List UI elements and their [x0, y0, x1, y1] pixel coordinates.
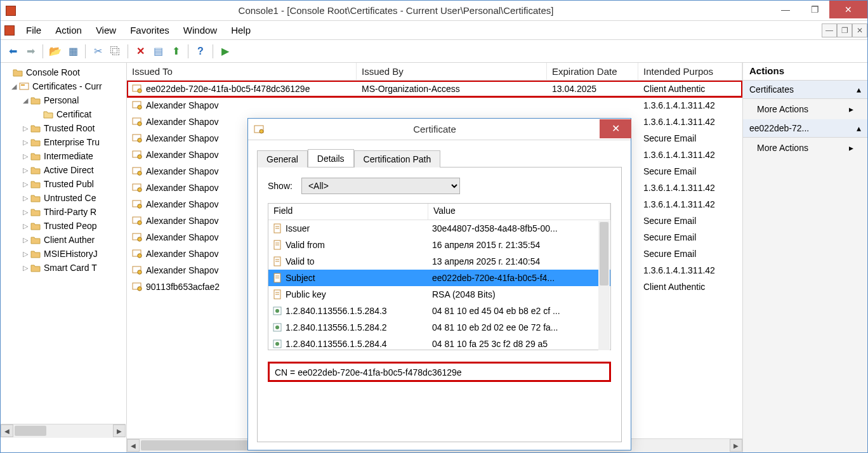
certificate-dialog[interactable]: Certificate ✕ General Details Certificat…: [247, 118, 631, 450]
tree-personal[interactable]: ◢Personal: [1, 93, 126, 107]
tree-item[interactable]: ▷Trusted Publ: [1, 177, 126, 191]
svg-point-19: [138, 221, 141, 225]
field-name: Subject: [286, 273, 315, 283]
cert-icon: [132, 232, 143, 242]
expiration: 13.04.2025: [552, 84, 596, 94]
titlebar[interactable]: Console1 - [Console Root\Certificates - …: [1, 1, 867, 21]
col-issued-by[interactable]: Issued By: [357, 63, 547, 80]
fields-listview[interactable]: Field Value Issuer30e44807-d358-4a48-8fb…: [268, 203, 611, 350]
maximize-button[interactable]: ❐: [800, 1, 829, 18]
minimize-button[interactable]: —: [771, 1, 800, 18]
tree-item[interactable]: ▷Enterprise Tru: [1, 135, 126, 149]
mdi-restore[interactable]: ❐: [837, 23, 852, 37]
properties-icon[interactable]: ▦: [65, 43, 81, 60]
tree-item[interactable]: ▷Third-Party R: [1, 205, 126, 219]
actions-more-1[interactable]: More Actions▸: [743, 99, 867, 119]
tree-cert-user[interactable]: ◢Certificates - Curr: [1, 79, 126, 93]
mdi-close[interactable]: ✕: [852, 23, 867, 37]
collapse-icon: ▴: [857, 123, 861, 133]
cert-icon: [132, 117, 143, 127]
field-detail-box: CN = ee022deb-720e-41fa-b0c5-f478dc36129…: [268, 362, 611, 382]
field-row[interactable]: Public keyRSA (2048 Bits): [268, 286, 610, 303]
dialog-close-button[interactable]: ✕: [600, 119, 631, 138]
menu-view[interactable]: View: [89, 22, 122, 38]
tree-item[interactable]: ▷Client Auther: [1, 233, 126, 247]
col-issued-to[interactable]: Issued To: [127, 63, 357, 80]
app-icon: [6, 6, 16, 16]
show-select[interactable]: <All>: [301, 178, 460, 194]
dialog-titlebar[interactable]: Certificate ✕: [248, 119, 631, 140]
menu-window[interactable]: Window: [177, 22, 223, 38]
svg-point-29: [260, 129, 263, 133]
col-expiration[interactable]: Expiration Date: [547, 63, 638, 80]
mdi-minimize[interactable]: —: [822, 23, 837, 37]
col-purpose[interactable]: Intended Purpos: [638, 63, 742, 80]
tab-general[interactable]: General: [257, 150, 308, 167]
tab-details[interactable]: Details: [308, 149, 354, 167]
col-field[interactable]: Field: [268, 204, 428, 220]
scroll-thumb[interactable]: [15, 426, 46, 436]
run-icon[interactable]: ▶: [217, 43, 233, 60]
separator: [128, 44, 128, 58]
grid-icon[interactable]: ▤: [150, 43, 166, 60]
scroll-left-icon[interactable]: ◀: [1, 424, 13, 437]
svg-point-11: [138, 155, 141, 159]
up-icon[interactable]: 📂: [47, 43, 63, 60]
tree-item[interactable]: ▷Untrusted Ce: [1, 191, 126, 205]
cert-icon: [132, 282, 143, 292]
delete-icon[interactable]: ✕: [132, 43, 148, 60]
tree-item[interactable]: ▷Smart Card T: [1, 261, 126, 275]
menu-action[interactable]: Action: [49, 22, 88, 38]
cut-icon[interactable]: ✂: [89, 43, 106, 60]
tree-pane[interactable]: Console Root ◢Certificates - Curr ◢Perso…: [1, 63, 127, 452]
field-row[interactable]: 1.2.840.113556.1.5.284.204 81 10 eb 2d 0…: [268, 319, 610, 336]
svg-point-48: [275, 325, 279, 329]
field-row[interactable]: Subjectee022deb-720e-41fa-b0c5-f4...: [268, 270, 610, 286]
fields-vscroll[interactable]: [598, 221, 610, 350]
tree-item[interactable]: ▷MSIEHistoryJ: [1, 247, 126, 261]
field-icon: [272, 256, 282, 266]
scroll-right-icon[interactable]: ▶: [730, 439, 742, 452]
scroll-right-icon[interactable]: ▶: [113, 424, 126, 437]
tree-root[interactable]: Console Root: [1, 65, 126, 79]
actions-section-certificates[interactable]: Certificates▴: [743, 81, 867, 99]
tree-item[interactable]: ▷Trusted Peop: [1, 219, 126, 233]
field-value: 16 апреля 2015 г. 21:35:54: [432, 240, 540, 250]
tree-hscroll[interactable]: ◀ ▶: [1, 424, 126, 438]
tree-item[interactable]: ▷Intermediate: [1, 149, 126, 163]
tab-page-details: Show: <All> Field Value Issuer30e44807-d…: [257, 167, 622, 442]
separator: [213, 44, 213, 58]
menu-favorites[interactable]: Favorites: [124, 22, 176, 38]
actions-section-item[interactable]: ee022deb-72...▴: [743, 119, 867, 138]
field-row[interactable]: 1.2.840.113556.1.5.284.404 81 10 fa 25 3…: [268, 336, 610, 350]
field-row[interactable]: Issuer30e44807-d358-4a48-8fb5-00...: [268, 220, 610, 237]
tab-certification-path[interactable]: Certification Path: [354, 150, 441, 167]
tree-item[interactable]: ▷Active Direct: [1, 163, 126, 177]
actions-more-2[interactable]: More Actions▸: [743, 138, 867, 158]
cert-row[interactable]: ee022deb-720e-41fa-b0c5-f478dc36129eMS-O…: [127, 81, 742, 97]
back-button[interactable]: ⬅: [4, 43, 21, 60]
field-name: Issuer: [286, 223, 310, 233]
svg-point-25: [138, 270, 141, 274]
scroll-thumb[interactable]: [600, 222, 608, 286]
menu-help[interactable]: Help: [225, 22, 257, 38]
close-button[interactable]: ✕: [829, 1, 867, 18]
col-value[interactable]: Value: [428, 204, 610, 220]
tree-certificates[interactable]: Certificat: [1, 107, 126, 121]
cert-row[interactable]: Alexander Shapov1.3.6.1.4.1.311.42: [127, 97, 742, 114]
field-row[interactable]: Valid to13 апреля 2025 г. 21:40:54: [268, 253, 610, 270]
scroll-left-icon[interactable]: ◀: [127, 439, 140, 452]
help-icon[interactable]: ?: [192, 43, 209, 60]
export-icon[interactable]: ⬆: [168, 43, 184, 60]
menu-file[interactable]: File: [20, 22, 48, 38]
field-row[interactable]: 1.2.840.113556.1.5.284.304 81 10 ed 45 0…: [268, 303, 610, 319]
field-detail-text[interactable]: CN = ee022deb-720e-41fa-b0c5-f478dc36129…: [275, 367, 604, 378]
forward-button[interactable]: ➡: [22, 43, 39, 60]
tree-item[interactable]: ▷Trusted Root: [1, 121, 126, 135]
purpose: Client Authentic: [643, 282, 705, 292]
field-row[interactable]: Valid from16 апреля 2015 г. 21:35:54: [268, 237, 610, 253]
copy-icon[interactable]: ⿻: [107, 43, 124, 60]
purpose: Secure Email: [643, 166, 696, 176]
field-value: 30e44807-d358-4a48-8fb5-00...: [432, 223, 558, 233]
tab-strip: General Details Certification Path: [257, 148, 622, 167]
